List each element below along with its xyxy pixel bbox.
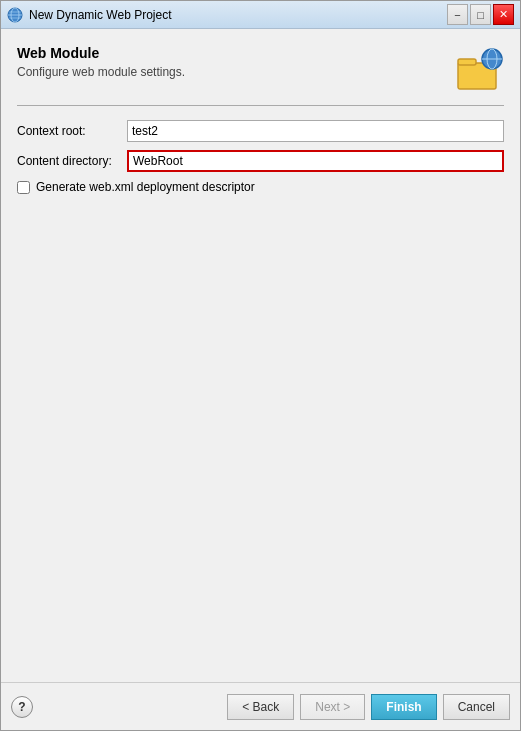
window-title: New Dynamic Web Project (29, 8, 447, 22)
window-icon (7, 7, 23, 23)
footer: ? < Back Next > Finish Cancel (1, 682, 520, 730)
content-area: Web Module Configure web module settings… (1, 29, 520, 682)
content-directory-input[interactable] (127, 150, 504, 172)
divider (17, 105, 504, 106)
context-root-row: Context root: (17, 120, 504, 142)
footer-left: ? (11, 696, 33, 718)
header-icon (456, 45, 504, 93)
checkbox-row: Generate web.xml deployment descriptor (17, 180, 504, 194)
window-controls: − □ ✕ (447, 4, 514, 25)
content-directory-label: Content directory: (17, 154, 127, 168)
footer-right: < Back Next > Finish Cancel (227, 694, 510, 720)
maximize-button[interactable]: □ (470, 4, 491, 25)
checkbox-label: Generate web.xml deployment descriptor (36, 180, 255, 194)
minimize-button[interactable]: − (447, 4, 468, 25)
back-button[interactable]: < Back (227, 694, 294, 720)
svg-rect-6 (458, 59, 476, 65)
content-directory-row: Content directory: (17, 150, 504, 172)
title-bar: New Dynamic Web Project − □ ✕ (1, 1, 520, 29)
generate-xml-checkbox[interactable] (17, 181, 30, 194)
context-root-input[interactable] (127, 120, 504, 142)
next-button[interactable]: Next > (300, 694, 365, 720)
window: New Dynamic Web Project − □ ✕ Web Module… (0, 0, 521, 731)
header-text: Web Module Configure web module settings… (17, 45, 446, 79)
finish-button[interactable]: Finish (371, 694, 436, 720)
page-title: Web Module (17, 45, 446, 61)
context-root-label: Context root: (17, 124, 127, 138)
page-subtitle: Configure web module settings. (17, 65, 446, 79)
help-button[interactable]: ? (11, 696, 33, 718)
form-section: Context root: Content directory: Generat… (17, 120, 504, 194)
cancel-button[interactable]: Cancel (443, 694, 510, 720)
close-button[interactable]: ✕ (493, 4, 514, 25)
header-section: Web Module Configure web module settings… (17, 45, 504, 93)
